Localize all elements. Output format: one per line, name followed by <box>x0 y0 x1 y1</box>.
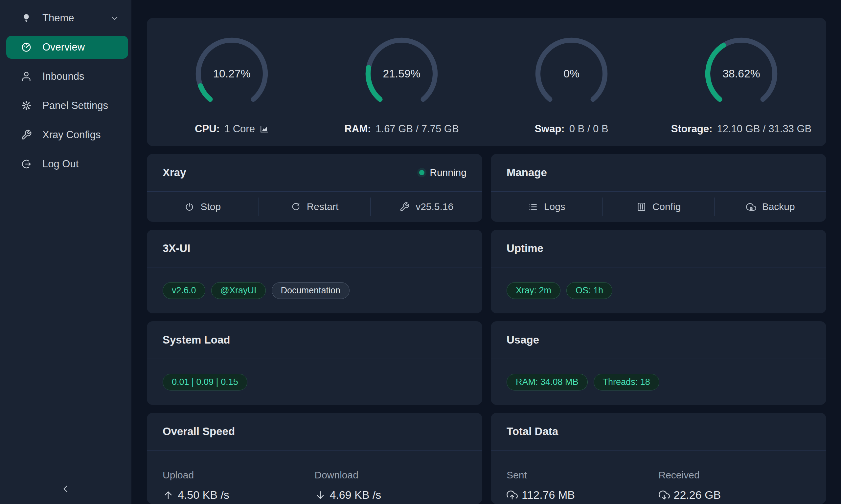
gauge-ram: 21.59% RAM: 1.67 GB / 7.75 GB <box>317 30 486 135</box>
cloud-download-icon <box>659 489 670 501</box>
stat-label: Received <box>659 470 811 481</box>
gauge-cpu: 10.27% CPU: 1 Core <box>147 30 317 135</box>
gauge-caption-value: 1.67 GB / 7.75 GB <box>376 123 459 135</box>
stat-label: Download <box>315 470 467 481</box>
xray-version-label: v25.5.16 <box>416 201 453 212</box>
documentation-badge[interactable]: Documentation <box>272 282 350 299</box>
list-icon <box>528 202 538 212</box>
sliders-icon <box>636 202 647 212</box>
ram-usage-badge: RAM: 34.08 MB <box>507 374 588 391</box>
received-stat: Received 22.26 GB <box>659 470 811 501</box>
chevron-down-icon <box>110 13 120 23</box>
gauge-caption: Swap: 0 B / 0 B <box>534 123 608 135</box>
sidebar-item-panel-settings[interactable]: Panel Settings <box>6 94 128 117</box>
sidebar-item-label: Overview <box>42 41 120 53</box>
gauge-swap: 0% Swap: 0 B / 0 B <box>486 30 656 135</box>
sidebar-item-theme[interactable]: Theme <box>6 6 128 30</box>
xray-version-button[interactable]: v25.5.16 <box>371 192 482 222</box>
gauge-icon <box>21 42 32 53</box>
cloud-backup-icon <box>746 202 756 212</box>
card-title: System Load <box>162 334 230 346</box>
gauge-caption: RAM: 1.67 GB / 7.75 GB <box>344 123 459 135</box>
telegram-badge[interactable]: @XrayUI <box>211 282 266 299</box>
user-icon <box>21 71 32 82</box>
card-title: Total Data <box>507 425 558 438</box>
uptime-card: Uptime Xray: 2m OS: 1h <box>491 230 826 313</box>
backup-label: Backup <box>762 201 795 212</box>
card-title: Overall Speed <box>162 425 235 438</box>
ram-gauge-arc: 21.59% <box>361 34 442 114</box>
stop-label: Stop <box>201 201 221 212</box>
manage-card: Manage Logs Config Backup <box>491 154 826 222</box>
gauge-caption: Storage: 12.10 GB / 31.33 GB <box>671 123 812 135</box>
system-gauges-card: 10.27% CPU: 1 Core 21.59% RAM: 1.67 GB /… <box>147 18 826 146</box>
sent-stat: Sent 112.76 MB <box>507 470 659 501</box>
gear-icon <box>21 100 32 111</box>
gauge-caption-key: CPU: <box>195 123 220 135</box>
upload-stat: Upload 4.50 KB /s <box>162 470 315 501</box>
logs-button[interactable]: Logs <box>491 192 602 222</box>
power-icon <box>184 202 194 212</box>
stat-value: 22.26 GB <box>674 489 721 501</box>
stop-button[interactable]: Stop <box>147 192 259 222</box>
sidebar-item-label: Xray Configs <box>42 129 120 141</box>
load-average-badge: 0.01 | 0.09 | 0.15 <box>162 374 247 391</box>
stat-value: 4.69 KB /s <box>330 489 381 501</box>
gauge-caption: CPU: 1 Core <box>195 123 269 135</box>
swap-gauge-arc: 0% <box>531 34 612 114</box>
sidebar-item-inbounds[interactable]: Inbounds <box>6 65 128 88</box>
sidebar-item-logout[interactable]: Log Out <box>6 152 128 176</box>
logout-icon <box>21 159 32 169</box>
card-title: Xray <box>162 166 186 179</box>
gauge-caption-key: Storage: <box>671 123 713 135</box>
stat-label: Sent <box>507 470 659 481</box>
status-label: Running <box>430 167 466 178</box>
sidebar-item-label: Theme <box>42 12 110 24</box>
sidebar-collapse-button[interactable] <box>0 483 132 495</box>
wrench-icon <box>399 202 410 212</box>
gauge-caption-value: 12.10 GB / 31.33 GB <box>717 123 811 135</box>
logs-label: Logs <box>544 201 565 212</box>
gauge-storage: 38.62% Storage: 12.10 GB / 31.33 GB <box>656 30 826 135</box>
total-data-card: Total Data Sent 112.76 MB Received 22.26… <box>491 413 826 504</box>
card-title: Usage <box>507 334 539 346</box>
chevron-left-icon <box>60 483 72 495</box>
card-title: Manage <box>507 166 547 179</box>
sidebar-item-overview[interactable]: Overview <box>6 36 128 59</box>
config-button[interactable]: Config <box>603 192 715 222</box>
system-load-card: System Load 0.01 | 0.09 | 0.15 <box>147 321 482 405</box>
gauge-caption-key: RAM: <box>344 123 371 135</box>
restart-label: Restart <box>307 201 339 212</box>
xray-uptime-badge: Xray: 2m <box>507 282 561 299</box>
gauge-percent: 10.27% <box>213 67 250 79</box>
wrench-icon <box>21 129 32 141</box>
gauge-caption-value: 0 B / 0 B <box>569 123 608 135</box>
download-stat: Download 4.69 KB /s <box>315 470 467 501</box>
area-chart-icon[interactable] <box>259 124 269 134</box>
config-label: Config <box>652 201 681 212</box>
version-badge[interactable]: v2.6.0 <box>162 282 205 299</box>
gauge-caption-value: 1 Core <box>224 123 255 135</box>
xray-status: Running <box>419 167 466 178</box>
gauge-caption-key: Swap: <box>534 123 564 135</box>
overall-speed-card: Overall Speed Upload 4.50 KB /s Download… <box>147 413 482 504</box>
stat-value: 112.76 MB <box>522 489 575 501</box>
backup-button[interactable]: Backup <box>715 192 826 222</box>
card-title: Uptime <box>507 242 543 255</box>
restart-icon <box>291 202 301 212</box>
arrow-up-icon <box>162 489 174 501</box>
status-dot <box>419 170 425 175</box>
cloud-upload-icon <box>507 489 518 501</box>
lightbulb-icon <box>21 13 32 24</box>
stat-label: Upload <box>162 470 315 481</box>
sidebar-item-label: Panel Settings <box>42 100 120 111</box>
card-title: 3X-UI <box>162 242 190 255</box>
sidebar-item-xray-configs[interactable]: Xray Configs <box>6 123 128 146</box>
restart-button[interactable]: Restart <box>259 192 371 222</box>
os-uptime-badge: OS: 1h <box>566 282 612 299</box>
sidebar-item-label: Inbounds <box>42 71 120 83</box>
arrow-down-icon <box>315 489 326 501</box>
storage-gauge-arc: 38.62% <box>701 34 782 114</box>
stat-value: 4.50 KB /s <box>178 489 229 501</box>
gauge-percent: 0% <box>563 67 580 79</box>
